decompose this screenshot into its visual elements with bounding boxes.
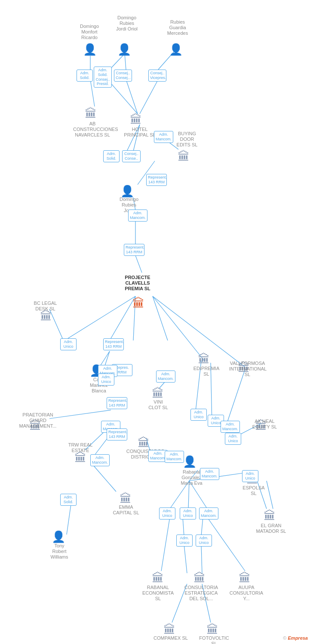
svg-line-7 bbox=[140, 79, 158, 114]
label-ab-construcciones: ABCONSTRUCCIONESNAVARCLES SL bbox=[73, 121, 112, 138]
role-box-represent-1: Represent.143 RRM bbox=[146, 174, 167, 186]
building-emma-capital: 🏛 bbox=[120, 492, 132, 506]
label-domingo-monfort: DomingoMonfortRicardo bbox=[72, 24, 107, 41]
role-box-adm-unico-7: Adm.Unico bbox=[180, 507, 196, 519]
svg-line-5 bbox=[107, 79, 138, 114]
person-tony-williams: 👤 bbox=[52, 530, 65, 544]
role-box-adm-mancom-vini: Adm.Mancom. bbox=[156, 371, 175, 383]
building-compamex: 🏛 bbox=[163, 623, 175, 637]
building-icon: 🏛 bbox=[130, 112, 142, 127]
role-box-represent-3: Represent.143 RRM bbox=[103, 338, 124, 350]
building-icon: 🏛 bbox=[264, 509, 276, 523]
building-icon-highlight: 🏛 bbox=[132, 296, 144, 310]
building-consultoria-estrategica: 🏛 bbox=[193, 571, 206, 585]
footer-copyright: © bbox=[283, 635, 288, 641]
building-auupa-consultoria: 🏛 bbox=[239, 571, 251, 585]
building-icon: 🏛 bbox=[152, 571, 164, 585]
role-box-adm-mancom-1: Adm.Mancom. bbox=[154, 131, 173, 143]
building-conquistados: 🏛 bbox=[138, 436, 150, 450]
role-box-adm-unico-6: Adm.Unico bbox=[159, 507, 175, 519]
label-bc-legal: BC LEGALDESK SL bbox=[29, 301, 61, 312]
label-tony-williams: TonyRobertWilliams bbox=[44, 543, 74, 560]
label-edipremia: EDIPREMIA SL bbox=[191, 366, 221, 377]
person-icon: 👤 bbox=[169, 43, 183, 56]
svg-line-38 bbox=[183, 517, 184, 536]
role-box-represent-2: Represent.143 RRM bbox=[124, 244, 144, 256]
building-icon: 🏛 bbox=[152, 386, 164, 401]
label-fotovoltic: FOTOVOLTIC SL bbox=[197, 635, 231, 644]
role-box-adm-solid-3: Adm.Solid. bbox=[60, 494, 77, 506]
label-projecte-clavells: PROJECTECLAVELLSPREMIA SL bbox=[118, 275, 157, 292]
role-box-adm-unico-5: Adm.Unico bbox=[242, 470, 258, 482]
building-icon: 🏛 bbox=[193, 571, 206, 585]
label-praetorian: PRAETORIANGUARDMANAGEMENT... bbox=[18, 412, 57, 429]
building-edipremia: 🏛 bbox=[198, 352, 210, 366]
building-icon: 🏛 bbox=[163, 623, 175, 637]
person-icon: 👤 bbox=[117, 43, 131, 56]
svg-line-32 bbox=[67, 504, 71, 535]
label-consultoria-estrategica: CONSULTORIAESTRATEGICADEL SOL... bbox=[182, 585, 221, 602]
building-icon: 🏛 bbox=[178, 149, 190, 164]
label-hotel-principal: HOTELPRINCIPAL SL bbox=[123, 127, 157, 138]
svg-line-43 bbox=[207, 517, 245, 571]
role-box-adm-mancom-7: Adm.Mancom. bbox=[165, 451, 184, 463]
svg-line-26 bbox=[49, 410, 111, 419]
role-box-consej-vicepres: Consej..Vicepres. bbox=[148, 70, 166, 82]
building-rabanal-economista: 🏛 bbox=[152, 571, 164, 585]
label-trw-real: TRW REALESTATE bbox=[66, 442, 95, 453]
label-espolsa: ESPOLSA SL bbox=[241, 485, 267, 496]
building-icon: 🏛 bbox=[198, 352, 210, 366]
role-box-adm-unico-8: Adm.Unico bbox=[176, 535, 193, 547]
footer-brand: Empresa bbox=[288, 635, 308, 641]
building-icon: 🏛 bbox=[85, 106, 97, 121]
role-box-adm-unico-cano: Adm.Unico bbox=[98, 374, 114, 386]
svg-line-15 bbox=[135, 255, 142, 273]
label-rubies-guardia: RubiesGuardiaMercedes bbox=[160, 19, 195, 36]
label-auupa-consultoria: AUUPACONSULTORIAY... bbox=[229, 585, 264, 602]
role-box-adm-solid-1: Adm.Solid. bbox=[77, 70, 93, 82]
building-icon: 🏛 bbox=[120, 492, 132, 506]
building-projecte-clavells: 🏛 bbox=[132, 296, 144, 310]
label-rabanal-economista: RABANALECONOMISTA SL bbox=[140, 585, 176, 602]
building-el-gran-matador: 🏛 bbox=[264, 509, 276, 523]
person-icon: 👤 bbox=[120, 185, 134, 198]
svg-line-52 bbox=[267, 481, 273, 509]
label-compamex: COMPAMEX SL bbox=[153, 635, 188, 641]
building-icon: 🏛 bbox=[138, 436, 150, 450]
building-vini-clot: 🏛 bbox=[152, 386, 164, 401]
building-icon: 🏛 bbox=[239, 571, 251, 585]
role-box-adm-mancom-2: Adm.Mancom. bbox=[128, 210, 147, 222]
label-vini-clot: VINICLOT SL bbox=[145, 399, 171, 410]
footer: © Empresa bbox=[283, 635, 308, 641]
svg-line-40 bbox=[161, 517, 170, 571]
role-box-adm-unico-9: Adm.Unico bbox=[196, 535, 212, 547]
person-domingo-rubies-joan: 👤 bbox=[120, 185, 134, 198]
role-box-adm-unico-1: Adm.Unico bbox=[60, 338, 77, 350]
person-icon: 👤 bbox=[83, 43, 97, 56]
svg-line-16 bbox=[67, 296, 135, 339]
label-buying-door: BUYINGDOOREDITS SL bbox=[170, 131, 204, 148]
building-fotovoltic: 🏛 bbox=[206, 623, 218, 637]
svg-line-39 bbox=[201, 517, 203, 536]
role-box-consej-2: Consej..Conse.. bbox=[122, 150, 141, 162]
role-box-adm-solid-2: Adm.Solid. bbox=[103, 150, 120, 162]
label-el-gran-matador: EL GRANMATADOR SL bbox=[255, 523, 287, 534]
role-box-adm-mancom-9: Adm.Mancom. bbox=[200, 468, 219, 480]
svg-line-20 bbox=[153, 296, 204, 361]
label-emma-capital: EMMACAPITAL SL bbox=[111, 504, 141, 516]
svg-line-17 bbox=[110, 296, 135, 340]
svg-line-48 bbox=[225, 369, 245, 429]
role-box-adm-mancom-8: Adm.Mancom. bbox=[221, 421, 240, 433]
label-ax-heal: AX HEALEQUITY SL bbox=[249, 419, 281, 430]
svg-line-19 bbox=[153, 296, 168, 340]
role-box-represent-5: Represent.143 RRM bbox=[107, 428, 127, 440]
building-ab-construcciones: 🏛 bbox=[85, 106, 97, 121]
role-box-adm-solid-consej: Adm.Solid.Consej..Presid. bbox=[94, 67, 112, 88]
role-box-represent-4: Represent.143 RRM bbox=[107, 397, 127, 409]
svg-line-6 bbox=[126, 79, 138, 114]
label-vallformosa: VALLFORMOSAINTERNATIONALSL bbox=[229, 361, 266, 378]
person-domingo-rubies-jordi: 👤 bbox=[117, 43, 131, 56]
person-icon: 👤 bbox=[52, 530, 65, 544]
person-domingo-monfort: 👤 bbox=[83, 43, 97, 56]
svg-line-41 bbox=[184, 544, 187, 573]
